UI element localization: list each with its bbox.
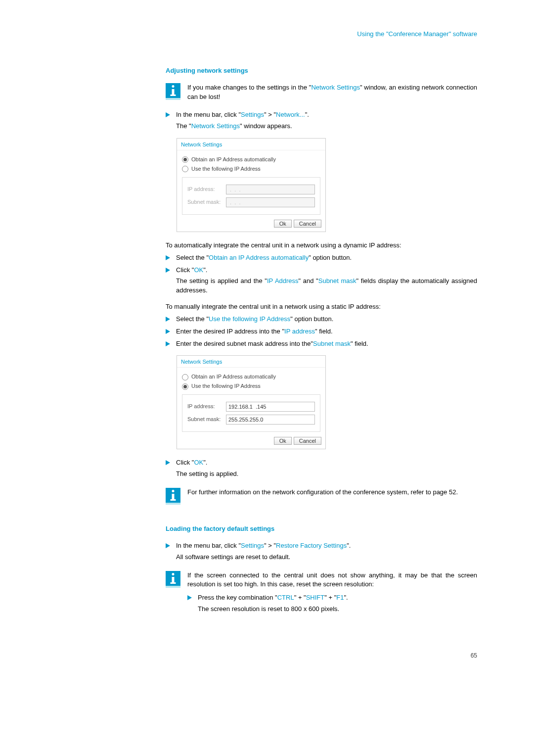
section-title-factory: Loading the factory default settings: [166, 524, 477, 534]
dialog-title: Network Settings: [177, 139, 325, 150]
mask-label: Subnet mask:: [187, 198, 226, 206]
info-text-further: For further information on the network c…: [187, 488, 477, 497]
mask-input: [226, 197, 315, 207]
info-text: If you make changes to the settings in t…: [187, 83, 477, 102]
step-click-ok-auto: Click "OK". The setting is applied and t…: [176, 266, 477, 296]
bullet-arrow-icon: [166, 317, 170, 322]
info-icon: [166, 83, 180, 100]
bullet-arrow-icon: [166, 543, 170, 548]
step-open-dialog: In the menu bar, click "Settings" > "Net…: [176, 110, 477, 131]
ok-button[interactable]: Ok: [274, 220, 292, 228]
mask-input[interactable]: [226, 415, 315, 425]
step-keypress: Press the key combination "CTRL" + "SHIF…: [198, 593, 477, 614]
para-manual: To manually integrate the central unit i…: [166, 302, 477, 312]
dialog-network-settings-auto: Network Settings Obtain an IP Address au…: [177, 138, 326, 232]
ip-input[interactable]: [226, 402, 315, 412]
step-restore: In the menu bar, click "Settings" > "Res…: [176, 541, 477, 562]
section-title-network: Adjusting network settings: [166, 66, 477, 76]
ip-label: IP address:: [187, 186, 226, 193]
radio-manual-label: Use the following IP Address: [191, 165, 261, 173]
ok-button[interactable]: Ok: [274, 437, 292, 445]
radio-auto[interactable]: [182, 374, 188, 380]
radio-auto-label: Obtain an IP Address automatically: [191, 373, 276, 381]
cancel-button[interactable]: Cancel: [294, 220, 321, 228]
radio-manual-label: Use the following IP Address: [191, 382, 261, 390]
radio-manual[interactable]: [182, 383, 188, 390]
bullet-arrow-icon: [166, 329, 170, 334]
step-enter-mask: Enter the desired subnet mask address in…: [176, 339, 477, 349]
bullet-arrow-icon: [187, 595, 192, 600]
para-auto: To automatically integrate the central u…: [166, 241, 477, 250]
page-number: 65: [166, 652, 477, 660]
info-icon: [166, 488, 180, 505]
bullet-arrow-icon: [166, 268, 170, 273]
step-enter-ip: Enter the desired IP address into the "I…: [176, 327, 477, 336]
ip-label: IP address:: [187, 403, 226, 411]
radio-auto-label: Obtain an IP Address automatically: [191, 156, 276, 164]
page-header: Using the "Conference Manager" software: [166, 30, 477, 39]
bullet-arrow-icon: [166, 255, 170, 260]
step-select-auto: Select the "Obtain an IP Address automat…: [176, 253, 477, 263]
bullet-arrow-icon: [166, 341, 170, 346]
step-click-ok-manual: Click "OK". The setting is applied.: [176, 458, 477, 479]
radio-auto[interactable]: [182, 156, 188, 163]
info-text-resolution: If the screen connected to the central u…: [187, 571, 477, 617]
cancel-button[interactable]: Cancel: [294, 437, 321, 445]
bullet-arrow-icon: [166, 112, 170, 117]
info-icon: [166, 571, 180, 588]
mask-label: Subnet mask:: [187, 416, 226, 424]
step-select-manual: Select the "Use the following IP Address…: [176, 315, 477, 324]
dialog-network-settings-manual: Network Settings Obtain an IP Address au…: [177, 355, 326, 449]
ip-input: [226, 185, 315, 194]
dialog-title: Network Settings: [177, 356, 325, 368]
bullet-arrow-icon: [166, 460, 170, 465]
radio-manual[interactable]: [182, 166, 188, 172]
